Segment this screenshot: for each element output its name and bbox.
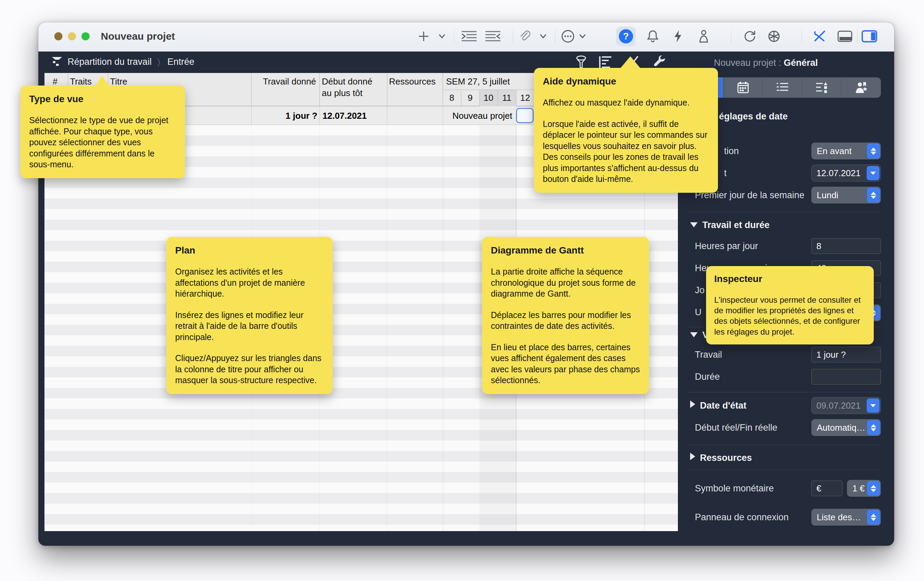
panel-bottom-icon[interactable] [836, 26, 854, 47]
tooltip-title: Plan [175, 245, 324, 256]
inspector-title-project: Nouveau projet : [714, 58, 781, 68]
window-title: Nouveau projet [101, 31, 175, 42]
bolt-icon[interactable] [670, 26, 685, 47]
tooltip-type-de-vue: Type de vue Sélectionnez le type de vue … [20, 86, 185, 178]
login-panel-popup[interactable]: Liste des… [811, 509, 881, 526]
disclosure-triangle-icon[interactable] [690, 453, 695, 460]
hours-per-day-label: Heures par jour [695, 241, 758, 252]
attach-icon[interactable] [517, 26, 532, 47]
timeline-week-header[interactable]: SEM 27, 5 juillet [446, 76, 510, 87]
tools-icon[interactable] [811, 26, 828, 47]
person-icon[interactable] [696, 26, 712, 47]
tooltip-text: Déplacez les barres pour modifier les co… [491, 309, 640, 332]
chevron-down-icon[interactable] [537, 26, 549, 47]
project-start-value[interactable]: 12.07.2021 [322, 110, 366, 121]
list-tab-icon[interactable] [763, 77, 802, 98]
zoom-window-button[interactable] [81, 32, 90, 40]
chevron-down-icon[interactable] [866, 398, 879, 413]
section-status-date[interactable]: Date d'état [690, 400, 746, 411]
inspector-title-section: Général [784, 58, 818, 68]
currency-symbol-field[interactable]: € [811, 481, 843, 496]
stepper-icon[interactable] [867, 143, 880, 158]
stepper-icon[interactable] [867, 481, 880, 496]
tooltip-text: Insérez des lignes et modifiez leur retr… [175, 309, 324, 343]
column-header-debut-l1[interactable]: Début donné [322, 76, 372, 87]
tooltip-inspecteur: Inspecteur L'inspecteur vous permet de c… [706, 266, 874, 344]
tooltip-text: Affichez ou masquez l'aide dynamique. [543, 97, 709, 108]
view-type-icon[interactable] [51, 56, 63, 68]
outdent-icon[interactable] [483, 26, 503, 47]
titlebar: Nouveau projet ? [38, 22, 894, 52]
toolbar-divider [857, 30, 858, 43]
indent-icon[interactable] [459, 26, 479, 47]
disclosure-triangle-icon[interactable] [690, 222, 698, 227]
debut-label: t [724, 168, 727, 178]
inspector-title: Nouveau projet : Général [714, 58, 818, 68]
section-work-duration-label: Travail et durée [702, 220, 769, 230]
hours-per-day-field[interactable]: 8 [811, 238, 881, 254]
divider [688, 212, 881, 212]
work-value: 1 jour ? [817, 349, 846, 360]
breadcrumb-page[interactable]: Entrée [167, 57, 195, 67]
actual-start-popup[interactable]: Automatiq… [811, 419, 881, 436]
tooltip-title: Diagramme de Gantt [491, 245, 640, 256]
breadcrumb-view[interactable]: Répartition du travail [68, 57, 152, 67]
currency-unit-value: 1 € [852, 483, 865, 494]
first-day-popup[interactable]: Lundi [811, 187, 881, 204]
section-resources[interactable]: Ressources [690, 453, 752, 463]
network-icon[interactable] [766, 26, 782, 47]
column-header-ressources[interactable]: Ressources [389, 76, 436, 87]
hours-per-day-value: 8 [817, 241, 821, 252]
login-panel-value: Liste des… [817, 512, 861, 523]
tooltip-title: Aide dynamique [543, 76, 709, 87]
bell-icon[interactable] [645, 26, 661, 47]
tooltip-text: Sélectionnez le type de vue de projet af… [29, 115, 176, 170]
actual-start-value: Automatiq… [817, 423, 865, 433]
gantt-project-bar[interactable] [516, 108, 534, 123]
direction-popup[interactable]: En avant [811, 143, 881, 160]
disclosure-triangle-icon[interactable] [690, 332, 698, 337]
fields-tab-icon[interactable] [802, 77, 842, 98]
duration-field[interactable] [811, 369, 881, 385]
status-date-control[interactable]: 09.07.2021 [811, 397, 881, 414]
timeline-day: 11 [498, 93, 516, 103]
add-icon[interactable] [416, 26, 431, 47]
resource-tab-icon[interactable] [842, 77, 881, 98]
gantt-row-label: Nouveau projet [431, 110, 512, 121]
chevron-down-icon[interactable] [866, 166, 879, 180]
close-window-button[interactable] [54, 32, 63, 40]
minimize-window-button[interactable] [68, 32, 76, 40]
tooltip-text: Lorsque l'aide est activée, il suffit de… [543, 119, 709, 184]
stepper-icon[interactable] [867, 510, 880, 525]
status-date-value: 09.07.2021 [817, 400, 861, 411]
tooltip-title: Inspecteur [714, 273, 866, 285]
work-label: Travail [695, 349, 722, 360]
tooltip-text: En lieu et place des barres, certaines v… [491, 342, 640, 386]
stepper-icon[interactable] [867, 188, 880, 202]
work-field[interactable]: 1 jour ? [811, 347, 881, 362]
timeline-day: 9 [461, 93, 479, 103]
start-date-value: 12.07.2021 [817, 168, 861, 178]
sync-icon[interactable] [741, 26, 758, 47]
column-header-travail[interactable]: Travail donné [251, 76, 316, 87]
help-icon[interactable]: ? [616, 26, 636, 46]
tooltip-text: Organisez les activités et les affectati… [175, 266, 324, 300]
column-header-debut-l2: au plus tôt [322, 88, 363, 99]
disclosure-triangle-icon[interactable] [690, 400, 695, 408]
first-day-value: Lundi [817, 190, 838, 201]
panel-right-icon[interactable] [860, 26, 879, 47]
start-date-control[interactable]: 12.07.2021 [811, 165, 881, 181]
chevron-down-icon[interactable] [578, 26, 587, 47]
toolbar-divider [454, 30, 454, 43]
tooltip-arrow-icon [619, 56, 641, 69]
toolbar-divider [513, 30, 513, 43]
chevron-down-icon[interactable] [436, 26, 448, 47]
calendar-tab-icon[interactable] [723, 77, 763, 98]
project-work-value[interactable]: 1 jour ? [251, 110, 317, 121]
actual-start-label: Début réel/Fin réelle [695, 423, 777, 433]
toolbar-divider [731, 30, 731, 43]
section-work-duration[interactable]: Travail et durée [690, 220, 769, 230]
more-icon[interactable] [560, 26, 576, 47]
currency-unit-stepper[interactable]: 1 € [847, 480, 881, 497]
stepper-icon[interactable] [867, 420, 880, 435]
